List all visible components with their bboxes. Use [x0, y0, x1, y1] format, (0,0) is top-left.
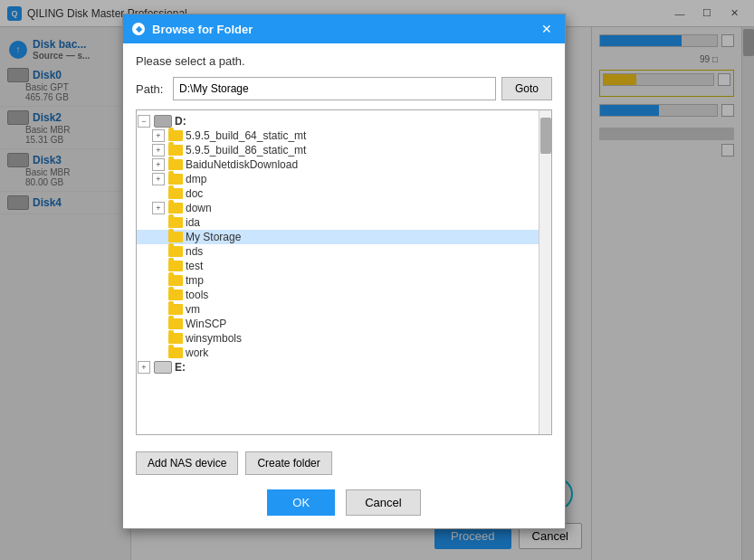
drive-d-label: D:	[175, 115, 186, 128]
drive-e-label: E:	[175, 361, 186, 374]
item-0-label: 5.9.5_build_64_static_mt	[186, 129, 306, 142]
tree-item-6[interactable]: ida	[137, 215, 539, 230]
drive-e-expander[interactable]: +	[138, 361, 150, 374]
item-15-label: work	[186, 346, 208, 359]
tree-item-3[interactable]: + dmp	[137, 172, 539, 186]
item-10-label: tmp	[186, 274, 204, 287]
dialog-title-icon: ◆	[132, 23, 145, 35]
item-14-label: winsymbols	[186, 332, 242, 345]
tree-item-1[interactable]: + 5.9.5_build_86_static_mt	[137, 143, 539, 157]
tree-drive-e[interactable]: + E:	[137, 360, 539, 375]
tree-item-4[interactable]: doc	[137, 186, 539, 201]
dialog-titlebar: ◆ Browse for Folder ✕	[123, 14, 565, 43]
dialog-title: Browse for Folder	[152, 23, 253, 36]
add-nas-button[interactable]: Add NAS device	[136, 451, 238, 475]
tree-item-10[interactable]: tmp	[137, 273, 539, 288]
folder-icon-15	[168, 347, 183, 358]
browse-dialog: ◆ Browse for Folder ✕ Please select a pa…	[122, 14, 566, 529]
tree-item-0[interactable]: + 5.9.5_build_64_static_mt	[137, 128, 539, 143]
item-5-label: down	[186, 202, 212, 214]
folder-icon-6	[168, 217, 183, 228]
folder-icon-0	[168, 130, 183, 141]
dialog-prompt: Please select a path.	[136, 54, 552, 68]
modal-overlay: ◆ Browse for Folder ✕ Please select a pa…	[0, 0, 754, 560]
drive-d-icon	[154, 115, 172, 128]
path-row: Path: Goto	[136, 77, 552, 100]
item-9-label: test	[186, 260, 203, 272]
tree-item-13[interactable]: WinSCP	[137, 317, 539, 331]
tree-scrollbar[interactable]	[539, 110, 551, 434]
tree-drive-d[interactable]: − D:	[137, 114, 539, 128]
item-13-label: WinSCP	[186, 318, 226, 330]
dialog-close-button[interactable]: ✕	[538, 20, 556, 38]
cancel-dialog-button[interactable]: Cancel	[346, 489, 420, 516]
folder-icon-13	[168, 318, 183, 329]
tree-item-11[interactable]: tools	[137, 288, 539, 302]
dialog-body: Please select a path. Path: Goto − D:	[123, 43, 565, 444]
folder-icon-3	[168, 174, 183, 185]
folder-icon-11	[168, 289, 183, 300]
folder-icon-14	[168, 333, 183, 344]
drive-d-expander[interactable]: −	[138, 115, 150, 128]
tree-inner: − D: + 5.9.5_build_64_static_mt +	[137, 110, 551, 378]
tree-container[interactable]: − D: + 5.9.5_build_64_static_mt +	[136, 109, 552, 435]
path-label: Path:	[136, 82, 167, 96]
item-7-label: My Storage	[186, 231, 241, 243]
item-11-label: tools	[186, 289, 208, 301]
item-2-label: BaiduNetdiskDownload	[186, 158, 298, 171]
folder-icon-8	[168, 246, 183, 257]
item-3-expander[interactable]: +	[152, 173, 165, 185]
folder-icon-4	[168, 188, 183, 199]
path-input[interactable]	[173, 77, 496, 100]
tree-item-8[interactable]: nds	[137, 244, 539, 259]
tree-item-9[interactable]: test	[137, 259, 539, 273]
item-0-expander[interactable]: +	[152, 129, 165, 142]
item-1-label: 5.9.5_build_86_static_mt	[186, 144, 306, 157]
item-5-expander[interactable]: +	[152, 202, 165, 214]
tree-item-12[interactable]: vm	[137, 302, 539, 317]
tree-item-2[interactable]: + BaiduNetdiskDownload	[137, 157, 539, 172]
dialog-bottom: Add NAS device Create folder	[123, 444, 565, 482]
item-3-label: dmp	[186, 173, 206, 185]
folder-icon-9	[168, 261, 183, 271]
folder-icon-5	[168, 203, 183, 214]
dialog-footer: OK Cancel	[123, 482, 565, 528]
ok-button[interactable]: OK	[267, 489, 335, 516]
tree-item-7[interactable]: My Storage	[137, 230, 539, 244]
item-2-expander[interactable]: +	[152, 158, 165, 171]
folder-icon-1	[168, 145, 183, 156]
drive-e-icon	[154, 361, 172, 374]
goto-button[interactable]: Goto	[501, 77, 552, 100]
tree-item-15[interactable]: work	[137, 346, 539, 360]
item-8-label: nds	[186, 245, 203, 258]
tree-item-5[interactable]: + down	[137, 201, 539, 215]
folder-icon-12	[168, 304, 183, 315]
create-folder-button[interactable]: Create folder	[245, 451, 331, 475]
folder-icon-7	[168, 232, 183, 242]
item-4-label: doc	[186, 187, 203, 200]
folder-icon-10	[168, 275, 183, 286]
tree-scrollbar-thumb	[540, 118, 551, 154]
item-6-label: ida	[186, 216, 200, 229]
item-1-expander[interactable]: +	[152, 144, 165, 157]
tree-item-14[interactable]: winsymbols	[137, 331, 539, 346]
item-12-label: vm	[186, 303, 200, 316]
folder-icon-2	[168, 159, 183, 170]
